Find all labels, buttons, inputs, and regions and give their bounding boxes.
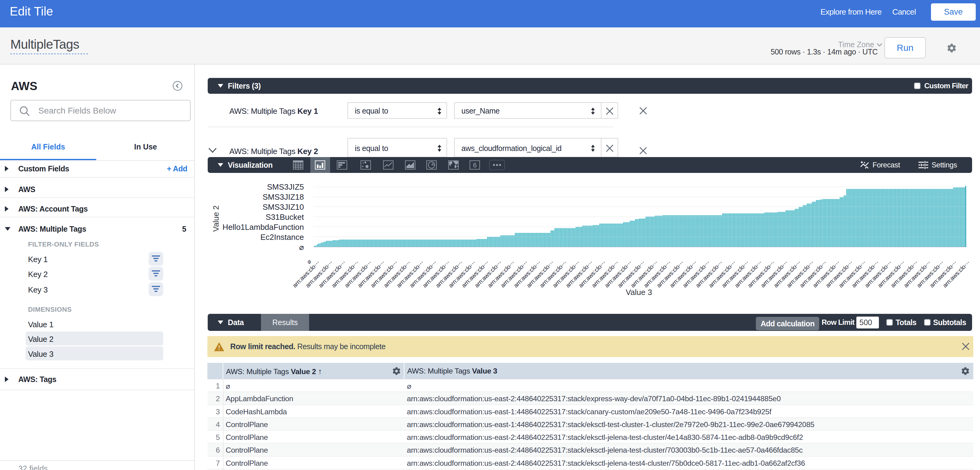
svg-text:SMS3JIZ5: SMS3JIZ5 [267, 183, 304, 192]
svg-text:SMS3JIZ10: SMS3JIZ10 [262, 202, 304, 211]
svg-text:⌀: ⌀ [299, 243, 304, 252]
svg-text:Value 2: Value 2 [212, 205, 221, 232]
svg-text:Hello1LambdaFunction: Hello1LambdaFunction [223, 222, 304, 232]
svg-text:Value 3: Value 3 [626, 287, 652, 297]
svg-text:S31Bucket: S31Bucket [266, 213, 304, 222]
svg-text:Ec2Instance: Ec2Instance [260, 233, 304, 242]
svg-text:SMS3JIZ18: SMS3JIZ18 [262, 192, 304, 202]
svg-text:6: 6 [473, 161, 477, 169]
